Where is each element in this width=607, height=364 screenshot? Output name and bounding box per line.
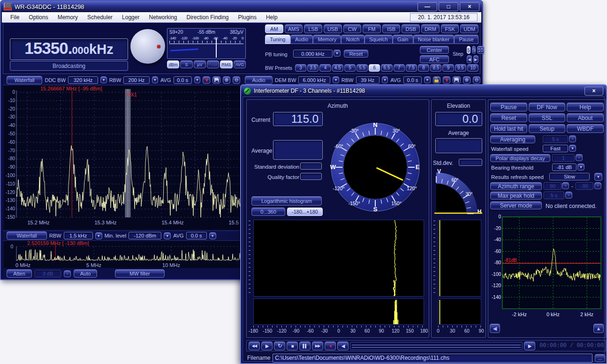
bw-preset-button[interactable]: 7 [394,64,405,72]
wideband-rbw-dropdown[interactable]: ▼ [95,232,102,239]
tuning-knob[interactable] [130,29,165,64]
dem-bw-dropdown[interactable]: ▼ [333,76,339,83]
azimuth-range-from-dropdown[interactable]: ▼ [562,182,569,189]
polar-decay-value[interactable]: 1 [552,154,575,162]
waterfall-speed-value[interactable]: Fast [543,145,568,152]
smeter-unit-button[interactable]: AVG [234,60,246,68]
bw-preset-button[interactable]: 5 [344,64,356,72]
smeter-unit-button[interactable]: S [180,60,192,68]
menu-item[interactable]: Networking [144,14,182,21]
bw-preset-button[interactable]: 5.5 [357,64,368,72]
marker-icon[interactable]: ▼ [203,76,210,84]
main-titlebar[interactable]: WR-G34DDC - 11B14298 — □ × [1,1,482,12]
rbw-value[interactable]: 200 Hz [123,76,149,84]
minimize-button[interactable]: — [417,2,437,11]
bearing-threshold-dropdown[interactable]: ▼ [577,163,584,171]
record-icon[interactable]: ● [325,342,336,350]
afc-button[interactable]: AFC [420,55,449,63]
receiver-tab[interactable]: Tuning [265,35,290,44]
audio-zoom-out-icon[interactable]: ⊖ [473,76,480,84]
wideband-avg-value[interactable]: 0.0 s [186,232,207,239]
menu-item[interactable]: Help [261,14,282,21]
min-level-value[interactable]: -120 dBm [129,232,161,239]
speaker-icon[interactable]: ◀ [490,324,500,333]
frequency-display[interactable]: 15350. 000 kHz [10,38,128,60]
server-mode-button[interactable]: Server mode [490,201,542,209]
step-down-icon[interactable]: ◀ [467,55,472,63]
wideband-waterfall-button[interactable]: Waterfall [7,231,47,240]
bw-preset-button[interactable]: 10 [467,64,478,72]
step-up-icon[interactable]: ▶ [473,55,478,63]
filename-input[interactable]: C:\Users\Tester\Documents\WiNRADiO\WD-63… [273,354,592,363]
waterfall-toggle-button[interactable]: Waterfall [7,76,42,84]
close-button[interactable]: × [460,2,479,11]
ddc-bw-value[interactable]: 320 kHz [68,76,98,84]
audio-avg-value[interactable]: 0.0 s [403,76,422,84]
audio-toggle-button[interactable]: Audio [245,76,273,84]
df-about-button[interactable]: About [567,113,604,122]
receiver-tab[interactable]: Squelch [364,35,393,44]
auto-atten-button[interactable]: Auto [74,269,97,278]
pb-tuning-dropdown[interactable]: ▼ [334,50,341,57]
mode-button[interactable]: DSB [402,24,420,33]
mode-button[interactable]: ISB [382,24,401,33]
audio-rbw-value[interactable]: 39 Hz [356,76,379,84]
azimuth-range-to-dropdown[interactable]: ▼ [594,182,601,189]
seek-slider[interactable] [350,342,523,350]
maximize-button[interactable]: □ [439,2,458,11]
avg-dropdown[interactable]: ▼ [194,76,201,83]
ddc-bw-dropdown[interactable]: ▼ [100,76,107,83]
step-button[interactable]: 10 [477,46,484,54]
menu-item[interactable]: Logger [117,14,144,21]
mode-button[interactable]: LSB [304,24,322,33]
pb-tuning-value[interactable]: 0.000 kHz [293,50,333,58]
bw-preset-button[interactable]: 3 [295,64,306,72]
step-button[interactable]: 5 [467,46,470,54]
audio-rbw-dropdown[interactable]: ▼ [382,76,388,83]
mode-button[interactable]: CW [343,24,362,33]
max-peak-hold-dropdown[interactable]: ▼ [565,192,572,199]
play-icon[interactable]: ▶ [261,342,273,350]
mode-button[interactable]: FSK [441,24,459,33]
mode-button[interactable]: USB [324,24,342,33]
seek-left-icon[interactable]: ◀ [337,342,349,350]
audio-save-icon[interactable] [453,76,460,84]
peak-up-icon[interactable]: ▲ [593,324,604,333]
max-peak-hold-value[interactable]: 5 s [544,192,564,199]
polar-decay-button[interactable]: Polar displays decay [490,154,550,162]
fast-forward-icon[interactable]: ▶▶ [312,342,323,350]
receiver-tab[interactable]: Audio [290,35,313,44]
refresh-speed-value[interactable]: Slow [549,173,590,180]
rewind-icon[interactable]: ◀◀ [249,342,260,350]
center-button[interactable]: Center [420,46,449,54]
bw-preset-button[interactable]: 6.5 [381,64,392,72]
menu-item[interactable]: Options [24,14,53,21]
df-titlebar[interactable]: Interferometer DF - 3 Channels - #11B142… [241,85,606,97]
bw-preset-button[interactable]: 3.5 [307,64,319,72]
menu-item[interactable]: Scheduler [83,14,117,21]
mode-button[interactable]: AM [265,24,283,33]
df-close-button[interactable]: × [584,87,603,96]
mode-button[interactable]: DRM [421,24,440,33]
bw-preset-button[interactable]: 8.5 [430,64,441,72]
mode-button[interactable]: UDM [460,24,478,33]
reset-button[interactable]: Reset [344,50,368,58]
mode-button[interactable]: FM [363,24,381,33]
menu-item[interactable]: Plugins [234,14,261,21]
rbw-dropdown[interactable]: ▼ [152,76,159,83]
menu-item[interactable]: Memory [53,14,83,21]
smeter-unit-button[interactable]: RMS [220,60,232,68]
atten-button[interactable]: Atten [7,269,32,278]
averaging-button[interactable]: Averaging [490,135,535,143]
azimuth-range-button[interactable]: Azimuth range [490,182,542,190]
bw-preset-button[interactable]: 9 [442,64,454,72]
bw-preset-button[interactable]: 4 [319,64,331,72]
df-wbdf-button[interactable]: WBDF [567,124,604,133]
wideband-rbw-value[interactable]: 1.5 kHz [64,232,93,239]
df-help-button[interactable]: Help [567,103,604,111]
receiver-tab[interactable]: Noise blanker [413,35,455,44]
bw-preset-button[interactable]: 6 [369,64,380,72]
df-reset-button[interactable]: Reset [490,113,527,122]
mode-button[interactable]: AMS [285,24,303,33]
zoom-in-icon[interactable]: ⊕ [223,76,230,84]
